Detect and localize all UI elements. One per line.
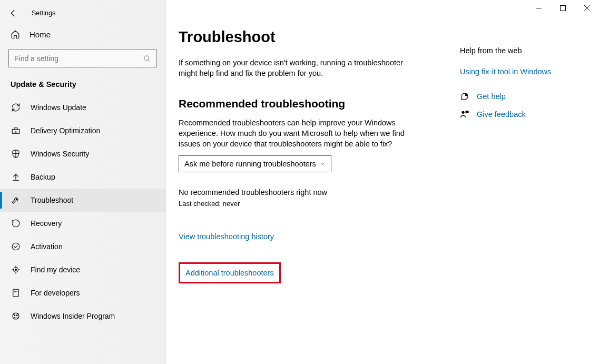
window-controls xyxy=(526,0,599,16)
history-link[interactable]: View troubleshooting history xyxy=(179,232,274,241)
home-label: Home xyxy=(30,30,51,39)
sidebar-item-label: Find my device xyxy=(31,265,80,274)
sidebar-item-find-my-device[interactable]: Find my device xyxy=(0,258,165,281)
svg-point-0 xyxy=(144,55,149,60)
main-content: Troubleshoot If something on your device… xyxy=(166,0,599,364)
sidebar-item-backup[interactable]: Backup xyxy=(0,165,165,189)
sidebar-item-windows-security[interactable]: Windows Security xyxy=(0,142,165,165)
home-icon xyxy=(11,29,20,39)
get-help-link[interactable]: Get help xyxy=(460,92,586,101)
back-button[interactable] xyxy=(7,7,19,19)
maximize-button[interactable] xyxy=(551,0,575,16)
home-nav[interactable]: Home xyxy=(0,24,165,44)
sidebar-item-label: For developers xyxy=(31,289,80,297)
wrench-icon xyxy=(11,195,21,205)
svg-point-8 xyxy=(16,315,17,316)
page-title: Troubleshoot xyxy=(179,28,431,46)
get-help-label: Get help xyxy=(477,92,506,101)
last-checked: Last checked: never xyxy=(179,200,431,208)
sidebar-item-for-developers[interactable]: For developers xyxy=(0,281,165,304)
troubleshoot-preference-dropdown[interactable]: Ask me before running troubleshooters xyxy=(179,155,331,172)
web-help-link[interactable]: Using fix-it tool in Windows xyxy=(460,67,586,76)
feedback-icon xyxy=(460,110,469,119)
additional-troubleshooters-link[interactable]: Additional troubleshooters xyxy=(185,269,274,277)
svg-point-7 xyxy=(14,315,15,316)
sidebar-item-recovery[interactable]: Recovery xyxy=(0,212,165,235)
svg-rect-9 xyxy=(560,5,565,11)
svg-point-10 xyxy=(465,94,467,96)
sidebar-item-label: Windows Security xyxy=(31,150,89,158)
sync-icon xyxy=(11,102,21,113)
sidebar: Settings Home Update & Security Windows … xyxy=(0,0,166,364)
search-input[interactable] xyxy=(14,54,143,63)
svg-rect-5 xyxy=(13,289,19,297)
search-box[interactable] xyxy=(8,50,157,67)
svg-point-2 xyxy=(12,243,19,250)
sidebar-item-insider-program[interactable]: Windows Insider Program xyxy=(0,304,165,328)
backup-icon xyxy=(11,172,21,182)
svg-point-11 xyxy=(461,111,464,114)
recovery-icon xyxy=(11,218,21,229)
give-feedback-link[interactable]: Give feedback xyxy=(460,110,586,119)
category-title: Update & Security xyxy=(0,77,165,96)
developers-icon xyxy=(11,288,21,298)
sidebar-item-windows-update[interactable]: Windows Update xyxy=(0,96,165,119)
feedback-label: Give feedback xyxy=(477,110,526,119)
chevron-down-icon xyxy=(319,161,326,167)
dropdown-value: Ask me before running troubleshooters xyxy=(184,160,316,168)
search-icon xyxy=(143,55,151,63)
sidebar-item-label: Windows Update xyxy=(31,103,86,112)
get-help-icon xyxy=(460,92,469,101)
sidebar-item-label: Troubleshoot xyxy=(31,196,73,204)
shield-icon xyxy=(11,149,21,159)
highlight-annotation: Additional troubleshooters xyxy=(179,262,281,283)
sidebar-item-activation[interactable]: Activation xyxy=(0,235,165,258)
delivery-icon xyxy=(11,125,21,136)
section-title: Recommended troubleshooting xyxy=(179,97,431,110)
check-circle-icon xyxy=(11,241,21,252)
status-line: No recommended troubleshooters right now xyxy=(179,188,431,196)
insider-icon xyxy=(11,311,21,321)
svg-point-4 xyxy=(15,269,17,271)
intro-text: If something on your device isn't workin… xyxy=(179,57,405,78)
sidebar-item-troubleshoot[interactable]: Troubleshoot xyxy=(0,189,165,212)
svg-rect-12 xyxy=(466,111,469,113)
sidebar-item-delivery-optimization[interactable]: Delivery Optimization xyxy=(0,119,165,142)
sidebar-item-label: Backup xyxy=(31,173,55,181)
section-body: Recommended troubleshooters can help imp… xyxy=(179,117,405,149)
sidebar-item-label: Activation xyxy=(31,242,63,251)
sidebar-item-label: Windows Insider Program xyxy=(31,312,115,320)
location-icon xyxy=(11,264,21,275)
close-button[interactable] xyxy=(575,0,599,16)
sidebar-item-label: Delivery Optimization xyxy=(31,126,100,135)
aside-heading: Help from the web xyxy=(460,46,586,55)
sidebar-item-label: Recovery xyxy=(31,219,62,228)
minimize-button[interactable] xyxy=(526,0,551,16)
window-title: Settings xyxy=(32,9,55,17)
